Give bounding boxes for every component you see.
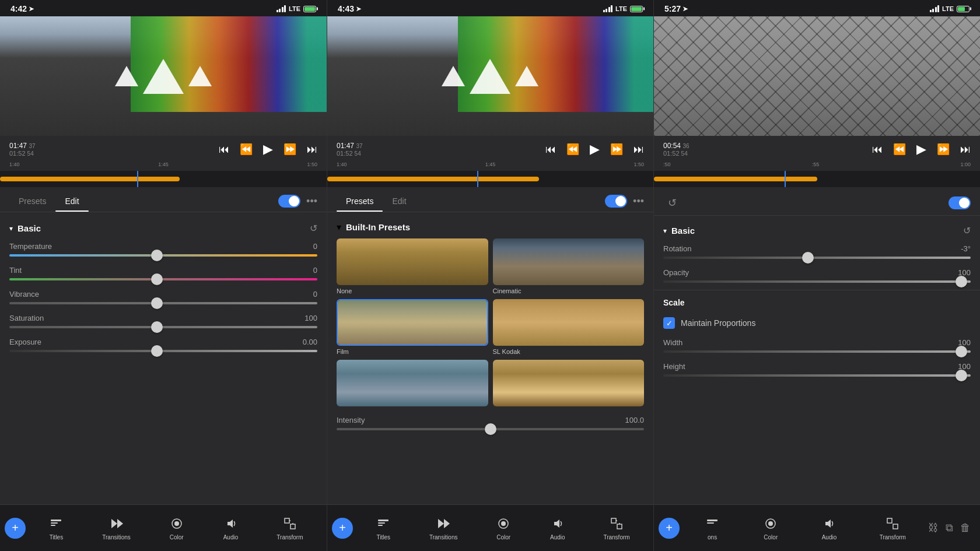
maintain-proportions-row[interactable]: ✓ Maintain Proportions [654, 313, 980, 334]
copy-icon-3[interactable]: ⧉ [946, 522, 953, 534]
intensity-thumb[interactable] [485, 423, 496, 435]
signal-bar-2-3 [608, 7, 610, 12]
temperature-track[interactable] [9, 254, 317, 257]
preset-film[interactable]: Film [337, 299, 488, 355]
toolbar-tool-transitions-1[interactable]: Transitions [97, 512, 135, 544]
add-btn-3[interactable]: + [659, 518, 680, 539]
preset-none[interactable]: None [337, 238, 488, 294]
bottom-toolbar-3: + ons Color Audio [654, 504, 980, 551]
delete-icon-3[interactable]: 🗑 [960, 522, 971, 534]
audio-icon-1 [223, 515, 239, 532]
skip-fwd-btn-3[interactable]: ⏭ [960, 144, 971, 155]
video-preview-2[interactable] [327, 16, 653, 136]
preset-thumb-none [337, 238, 488, 285]
temperature-thumb[interactable] [151, 250, 163, 261]
timeline-track-1[interactable] [0, 171, 327, 187]
toolbar-tool-audio-1[interactable]: Audio [218, 512, 244, 544]
toolbar-tool-color-3[interactable]: Color [758, 512, 783, 544]
undo-icon-3[interactable]: ↺ [663, 191, 681, 215]
toolbar-tool-titles-2[interactable]: Titles [370, 512, 396, 544]
link-icon-3[interactable]: ⛓ [928, 522, 939, 534]
step-back-btn-1[interactable]: ⏪ [240, 144, 253, 155]
toggle-switch-1[interactable] [278, 195, 300, 208]
toolbar-tool-transform-3[interactable]: Transform [875, 512, 911, 544]
battery-3 [957, 6, 970, 12]
width-label-row: Width 100 [663, 338, 971, 347]
toolbar-tool-transform-1[interactable]: Transform [272, 512, 307, 544]
skip-back-btn-3[interactable]: ⏮ [872, 144, 883, 155]
preset-extra2[interactable] [493, 360, 645, 409]
step-back-btn-3[interactable]: ⏪ [893, 144, 906, 155]
toolbar-tool-color-2[interactable]: Color [491, 512, 516, 544]
step-fwd-btn-3[interactable]: ⏩ [937, 144, 950, 155]
toolbar-tool-transitions-2[interactable]: Transitions [425, 512, 463, 544]
tint-track[interactable] [9, 278, 317, 280]
vibrance-thumb[interactable] [151, 297, 163, 309]
more-btn-2[interactable]: ••• [633, 195, 644, 208]
toolbar-tool-transform-2[interactable]: Transform [598, 512, 634, 544]
toggle-switch-3[interactable] [949, 196, 971, 209]
width-thumb[interactable] [956, 346, 967, 357]
opacity-thumb[interactable] [956, 276, 967, 287]
play-btn-3[interactable]: ▶ [916, 143, 926, 156]
tab-presets-1[interactable]: Presets [9, 191, 55, 212]
tab-presets-2[interactable]: Presets [337, 191, 383, 212]
toolbar-tool-color-1[interactable]: Color [164, 512, 190, 544]
status-time-3: 5:27 ➤ [664, 4, 688, 13]
rotation-track[interactable] [663, 257, 971, 259]
rotation-thumb[interactable] [802, 252, 814, 264]
reset-btn-3[interactable]: ↺ [963, 225, 971, 236]
svg-rect-2 [51, 525, 55, 526]
play-btn-2[interactable]: ▶ [590, 143, 600, 156]
add-btn-2[interactable]: + [332, 518, 353, 539]
vibrance-track[interactable] [9, 302, 317, 304]
step-fwd-btn-1[interactable]: ⏩ [284, 144, 296, 155]
reset-btn-1[interactable]: ↺ [310, 223, 317, 234]
preset-cinematic[interactable]: Cinematic [493, 238, 645, 294]
saturation-thumb[interactable] [151, 321, 163, 333]
toolbar-tool-audio-3[interactable]: Audio [816, 512, 842, 544]
exposure-track[interactable] [9, 350, 317, 352]
step-back-btn-2[interactable]: ⏪ [566, 144, 579, 155]
height-thumb[interactable] [956, 370, 967, 381]
saturation-track[interactable] [9, 326, 317, 328]
more-btn-1[interactable]: ••• [306, 195, 317, 208]
maintain-proportions-checkbox[interactable]: ✓ [663, 317, 675, 329]
tint-thumb[interactable] [151, 273, 163, 285]
preset-img-none [337, 238, 488, 285]
toolbar-tool-ons-3[interactable]: ons [699, 512, 725, 544]
toggle-switch-2[interactable] [605, 195, 627, 208]
tint-label-row: Tint 0 [9, 266, 317, 275]
transport-row-1: 01:47 37 01:52 54 ⏮ ⏪ ▶ ⏩ ⏭ [0, 139, 327, 159]
video-preview-3[interactable] [654, 16, 980, 136]
time-current-2: 01:47 37 [337, 142, 363, 150]
preset-extra1[interactable] [337, 360, 488, 409]
skip-fwd-btn-2[interactable]: ⏭ [634, 144, 644, 155]
height-track[interactable] [663, 374, 971, 377]
skip-back-btn-1[interactable]: ⏮ [219, 144, 229, 155]
play-btn-1[interactable]: ▶ [263, 143, 273, 156]
exposure-thumb[interactable] [151, 345, 163, 357]
timeline-track-3[interactable] [654, 171, 980, 187]
intensity-track[interactable] [337, 428, 644, 430]
opacity-track[interactable] [663, 280, 971, 283]
preset-sl-kodak[interactable]: SL Kodak [493, 299, 645, 355]
tab-edit-2[interactable]: Edit [383, 191, 415, 212]
svg-rect-27 [893, 524, 898, 529]
step-fwd-btn-2[interactable]: ⏩ [610, 144, 623, 155]
video-preview-1[interactable] [0, 16, 327, 136]
width-track[interactable] [663, 350, 971, 353]
triangle-small-2 [188, 66, 212, 86]
bottom-toolbar-2: + Titles Transitions Color [327, 504, 653, 551]
skip-fwd-btn-1[interactable]: ⏭ [307, 144, 317, 155]
toolbar-tool-titles-1[interactable]: Titles [43, 512, 69, 544]
timeline-track-2[interactable] [327, 171, 653, 187]
skip-back-btn-2[interactable]: ⏮ [545, 144, 556, 155]
ruler-mark-3-1: :50 [663, 162, 671, 167]
add-btn-1[interactable]: + [5, 518, 26, 539]
timeline-section-2: 01:47 37 01:52 54 ⏮ ⏪ ▶ ⏩ ⏭ 1:40 1:45 1:… [327, 136, 653, 191]
tab-edit-1[interactable]: Edit [55, 191, 88, 212]
toolbar-tool-audio-2[interactable]: Audio [545, 512, 570, 544]
color-icon-2 [495, 515, 512, 532]
lte-label-1: LTE [289, 5, 300, 12]
